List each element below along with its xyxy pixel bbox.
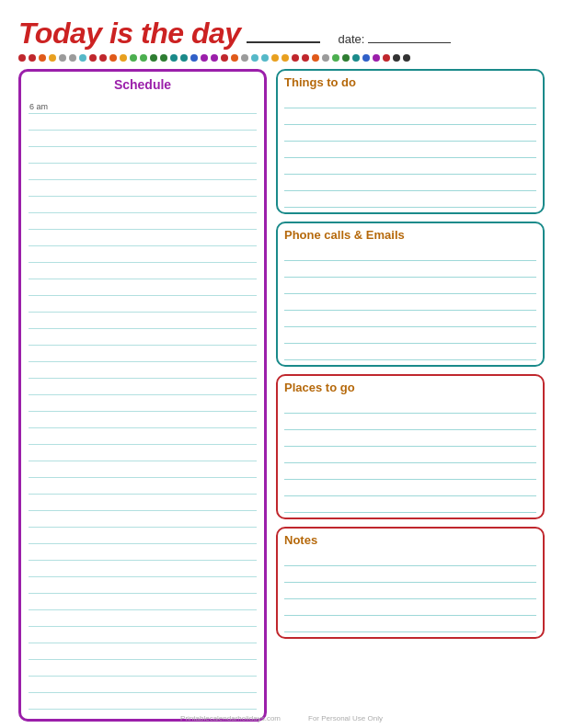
decorative-dot bbox=[89, 54, 97, 62]
ruled-line bbox=[284, 175, 536, 191]
decorative-dot bbox=[140, 54, 147, 62]
schedule-line bbox=[29, 693, 257, 710]
schedule-title: Schedule bbox=[29, 77, 257, 92]
decorative-dot bbox=[49, 54, 56, 62]
schedule-line bbox=[29, 246, 257, 263]
ruled-line bbox=[284, 414, 536, 430]
places-to-go-title: Places to go bbox=[284, 381, 536, 394]
schedule-line bbox=[29, 544, 257, 561]
decorative-dot bbox=[170, 54, 178, 62]
ruled-line bbox=[284, 566, 536, 583]
decorative-dot bbox=[18, 54, 26, 62]
ruled-line bbox=[284, 294, 536, 311]
decorative-dot bbox=[241, 54, 248, 62]
decorative-dot bbox=[150, 54, 157, 62]
decorative-dot bbox=[99, 54, 107, 62]
schedule-line bbox=[29, 263, 257, 279]
notes-title: Notes bbox=[284, 533, 536, 547]
schedule-line: 6 am bbox=[29, 96, 257, 114]
schedule-line bbox=[29, 677, 257, 693]
schedule-line bbox=[29, 627, 257, 643]
schedule-line bbox=[29, 660, 257, 677]
schedule-line bbox=[29, 511, 257, 528]
schedule-line bbox=[29, 412, 257, 428]
schedule-line bbox=[29, 313, 257, 329]
ruled-line bbox=[284, 616, 536, 632]
ruled-line bbox=[284, 142, 536, 158]
footer: Printablecalendarholidays.com For Person… bbox=[0, 714, 563, 722]
schedule-line bbox=[29, 329, 257, 346]
date-underline bbox=[368, 42, 451, 43]
schedule-line bbox=[29, 164, 257, 180]
things-to-do-box: Things to do bbox=[276, 69, 545, 214]
decorative-dot bbox=[393, 54, 400, 62]
decorative-dot bbox=[180, 54, 188, 62]
decorative-dot bbox=[109, 54, 117, 62]
ruled-line bbox=[284, 344, 536, 360]
right-column: Things to do Phone calls & Emails Places… bbox=[276, 69, 545, 722]
ruled-line bbox=[284, 245, 536, 261]
decorative-dot bbox=[282, 54, 289, 62]
decorative-dot bbox=[403, 54, 410, 62]
ruled-line bbox=[284, 599, 536, 616]
decorative-dot bbox=[322, 54, 329, 62]
ruled-line bbox=[284, 158, 536, 175]
schedule-line bbox=[29, 197, 257, 213]
schedule-lines: 6 am bbox=[29, 96, 257, 710]
notes-box: Notes bbox=[276, 527, 545, 639]
footer-right: For Personal Use Only bbox=[308, 714, 383, 722]
date-label: date: bbox=[339, 32, 365, 46]
decorative-dot bbox=[312, 54, 319, 62]
ruled-line bbox=[284, 583, 536, 599]
schedule-line bbox=[29, 296, 257, 313]
schedule-line bbox=[29, 147, 257, 164]
decorative-dot bbox=[201, 54, 208, 62]
schedule-line bbox=[29, 213, 257, 230]
decorative-dot bbox=[261, 54, 269, 62]
places-to-go-lines bbox=[284, 397, 536, 513]
decorative-dot bbox=[342, 54, 350, 62]
ruled-line bbox=[284, 278, 536, 294]
schedule-line bbox=[29, 577, 257, 594]
ruled-line bbox=[284, 397, 536, 414]
schedule-line bbox=[29, 279, 257, 296]
decorative-dot bbox=[352, 54, 360, 62]
phone-emails-box: Phone calls & Emails bbox=[276, 222, 545, 367]
schedule-line bbox=[29, 230, 257, 246]
schedule-line bbox=[29, 131, 257, 147]
schedule-line bbox=[29, 528, 257, 544]
decorative-dot bbox=[79, 54, 86, 62]
ruled-line bbox=[284, 463, 536, 480]
ruled-line bbox=[284, 108, 536, 125]
dot-row bbox=[18, 54, 545, 62]
page: Today is the day date: Schedule 6 am Thi… bbox=[0, 0, 563, 728]
notes-lines bbox=[284, 550, 536, 632]
things-to-do-lines bbox=[284, 92, 536, 208]
places-to-go-box: Places to go bbox=[276, 374, 545, 519]
things-to-do-title: Things to do bbox=[284, 75, 536, 89]
ruled-line bbox=[284, 447, 536, 463]
schedule-line bbox=[29, 346, 257, 362]
decorative-dot bbox=[69, 54, 76, 62]
main-layout: Schedule 6 am Things to do Phone calls &… bbox=[18, 69, 545, 722]
decorative-dot bbox=[292, 54, 299, 62]
ruled-line bbox=[284, 191, 536, 208]
ruled-line bbox=[284, 496, 536, 513]
schedule-line bbox=[29, 594, 257, 610]
schedule-line bbox=[29, 114, 257, 131]
decorative-dot bbox=[362, 54, 370, 62]
decorative-dot bbox=[251, 54, 259, 62]
decorative-dot bbox=[231, 54, 238, 62]
header: Today is the day date: bbox=[18, 17, 545, 51]
schedule-line bbox=[29, 643, 257, 660]
schedule-line bbox=[29, 495, 257, 511]
schedule-line bbox=[29, 428, 257, 445]
decorative-dot bbox=[373, 54, 380, 62]
schedule-line bbox=[29, 395, 257, 412]
decorative-dot bbox=[221, 54, 228, 62]
schedule-column: Schedule 6 am bbox=[18, 69, 267, 722]
ruled-line bbox=[284, 261, 536, 278]
decorative-dot bbox=[190, 54, 198, 62]
time-label: 6 am bbox=[29, 102, 48, 111]
ruled-line bbox=[284, 311, 536, 327]
